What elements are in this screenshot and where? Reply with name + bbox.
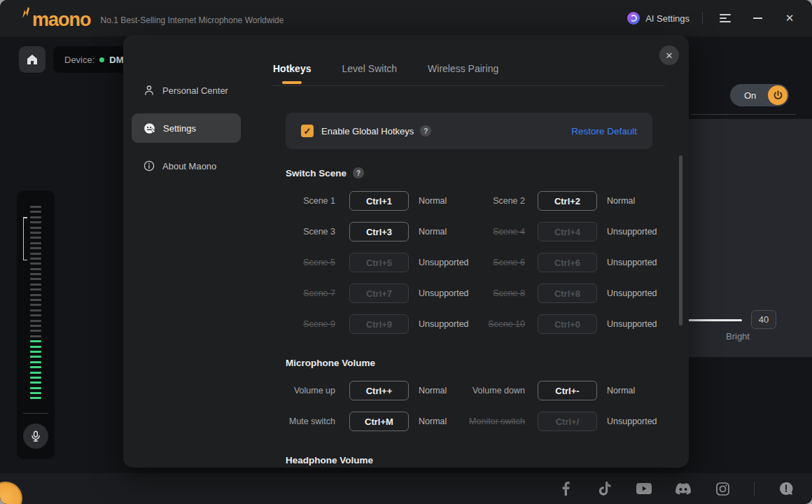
hotkey-key-button[interactable]: Ctrl+0 [538,314,597,334]
hotkey-pair: Scene 9Ctrl+9Unsupported [286,314,470,334]
hotkey-pair: Mute switchCtrl+MNormal [286,412,470,431]
hotkey-pair: Scene 4Ctrl+4Unsupported [470,222,659,241]
meter-segment [30,268,41,270]
hotkey-key-button[interactable]: Ctrl++ [349,381,409,400]
hotkey-pair: Scene 2Ctrl+2Normal [470,191,659,211]
level-meter-panel [17,190,55,459]
device-status-dot [99,57,104,62]
meter-segment [30,221,41,223]
hotkey-label: Scene 7 [286,288,335,298]
hotkey-label: Volume down [473,386,525,396]
tagline: No.1 Best-Selling Internet Microphone Wo… [101,15,284,25]
enable-hotkeys-help-icon[interactable]: ? [420,125,431,136]
restore-default-link[interactable]: Restore Default [571,126,637,136]
settings-tabs: HotkeysLevel SwitchWireless Pairing [273,35,665,85]
bright-value-input[interactable]: 40 [751,310,776,329]
meter-segment [30,211,41,213]
meter-segment [30,314,41,316]
hotkey-status: Normal [419,227,470,237]
nav-item-about-maono[interactable]: About Maono [132,151,241,181]
dialog-close-button[interactable]: ✕ [659,46,679,65]
device-selector[interactable]: Device: DM [53,46,129,73]
meter-segment [30,253,41,255]
hotkey-status: Unsupported [419,288,470,298]
nav-item-settings[interactable]: Settings [132,113,241,143]
hotkey-key-button[interactable]: Ctrl+/ [538,412,597,431]
meter-divider [23,413,48,414]
hotkey-row: Scene 9Ctrl+9UnsupportedScene 10Ctrl+0Un… [273,309,665,340]
hotkey-row: Scene 7Ctrl+7UnsupportedScene 8Ctrl+8Uns… [273,278,665,309]
hotkey-key-button[interactable]: Ctrl+5 [349,253,409,272]
menu-button[interactable] [715,10,735,27]
meter-segment [30,351,41,353]
meter-segment [30,320,41,322]
microphone-mute-button[interactable] [23,424,48,449]
discord-icon[interactable] [676,481,691,496]
tab-level-switch[interactable]: Level Switch [342,63,397,85]
info-icon [144,160,155,172]
meter-segment [30,325,41,327]
feedback-icon[interactable] [778,481,794,496]
title-bar: maono No.1 Best-Selling Internet Microph… [0,0,812,36]
settings-nav: Personal CenterSettingsAbout Maono [123,35,249,468]
hotkey-key-button[interactable]: Ctrl+1 [349,191,409,211]
hotkey-status: Unsupported [607,258,659,267]
ai-settings-button[interactable]: AI Settings [627,12,690,24]
dialog-close-icon: ✕ [666,50,673,61]
close-window-button[interactable]: ✕ [780,10,799,27]
hotkey-key-button[interactable]: Ctrl+3 [349,222,409,241]
bright-label: Bright [726,331,750,342]
section-help-icon[interactable]: ? [353,167,364,178]
hotkey-grid: Volume upCtrl++NormalVolume downCtrl+-No… [273,375,665,437]
hotkey-status: Unsupported [607,288,659,298]
hotkey-key-button[interactable]: Ctrl+8 [538,284,597,303]
hotkey-status: Normal [419,196,470,206]
power-button[interactable] [768,85,788,105]
facebook-icon[interactable] [558,481,573,496]
logo-bolt-icon [21,7,31,18]
meter-target-bracket [23,217,27,260]
modal-scrollbar[interactable] [679,155,682,326]
hotkey-status: Normal [419,416,470,426]
hotkey-status: Unsupported [419,258,470,267]
hotkey-key-button[interactable]: Ctrl+4 [538,222,597,241]
hotkey-label: Scene 1 [286,196,335,206]
hotkey-label: Monitor switch [473,416,525,426]
hotkey-label: Scene 9 [286,319,335,329]
hotkey-key-button[interactable]: Ctrl+7 [349,284,409,303]
youtube-icon[interactable] [636,481,652,496]
meter-segment [30,273,41,275]
topbar-divider [702,12,703,24]
nav-item-label: Settings [163,123,196,134]
tabs-divider [273,85,665,86]
hotkey-status: Normal [607,196,659,206]
hotkey-label: Scene 2 [473,196,525,206]
power-toggle[interactable]: On [730,84,789,106]
hotkey-key-button[interactable]: Ctrl+9 [349,314,409,334]
hotkey-key-button[interactable]: Ctrl+2 [538,191,597,211]
hotkey-key-button[interactable]: Ctrl+- [538,381,597,400]
hotkey-status: Unsupported [607,227,659,237]
tiktok-icon[interactable] [597,481,612,496]
instagram-icon[interactable] [715,481,730,496]
hotkey-pair: Scene 10Ctrl+0Unsupported [470,314,659,334]
hotkey-key-button[interactable]: Ctrl+6 [538,253,597,272]
settings-content: ✕ HotkeysLevel SwitchWireless Pairing ✓ … [249,35,689,468]
home-button[interactable] [19,46,46,73]
tab-wireless-pairing[interactable]: Wireless Pairing [428,63,498,85]
meter-segment [30,284,41,286]
hotkey-pair: Volume downCtrl+-Normal [470,381,659,400]
tab-hotkeys[interactable]: Hotkeys [273,63,311,85]
hotkey-row: Volume upCtrl++NormalVolume downCtrl+-No… [273,375,665,406]
meter-segment [30,372,41,374]
nav-item-personal-center[interactable]: Personal Center [132,76,241,105]
minimize-button[interactable] [748,10,767,27]
enable-hotkeys-checkbox[interactable]: ✓ [301,125,314,137]
nav-item-label: Personal Center [162,85,228,96]
meter-segment [30,206,41,208]
hotkey-key-button[interactable]: Ctrl+M [349,412,409,431]
meter-segment [30,262,41,265]
device-label: Device: [64,55,94,65]
hotkey-pair: Monitor switchCtrl+/Unsupported [470,412,659,431]
meter-segment [30,361,41,363]
